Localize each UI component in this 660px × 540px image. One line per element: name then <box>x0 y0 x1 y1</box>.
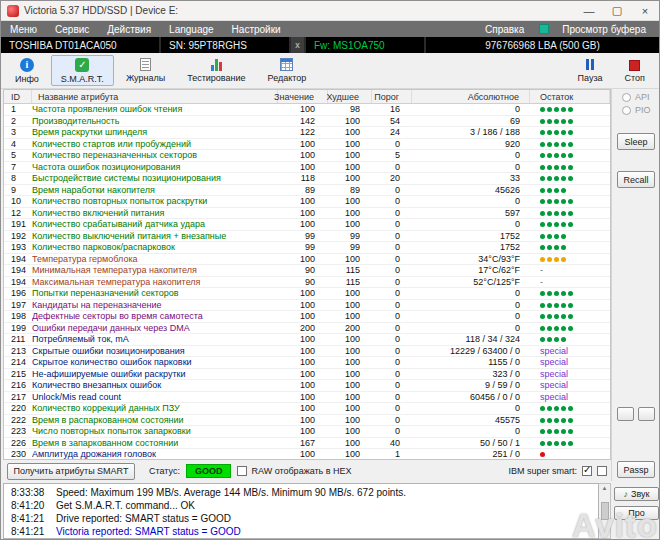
attribute-absolute: 1752 <box>412 242 530 253</box>
log-message: Speed: Maximum 199 MB/s. Average 144 MB/… <box>56 486 406 499</box>
sound-button[interactable]: ♪ Звук <box>614 487 659 501</box>
table-row[interactable]: 9 Время наработки накопителя 89 89 0 456… <box>4 185 610 197</box>
table-row[interactable]: 215 Не-афишируемые ошибки раскрутки 100 … <box>4 369 610 381</box>
bar-chart-icon <box>211 58 222 71</box>
menu-item-actions[interactable]: Действия <box>98 21 160 37</box>
menu-item-language[interactable]: Language <box>160 21 223 37</box>
table-row[interactable]: 217 Unlock/Mis read count 100 100 0 6045… <box>4 392 610 404</box>
tab-info[interactable]: i Инфо <box>5 55 49 86</box>
tab-journals[interactable]: Журналы <box>116 55 175 86</box>
attribute-name: Количество выключений питания + внезапны… <box>32 231 278 242</box>
mini-left-button[interactable] <box>617 407 634 421</box>
attribute-name: Количество парковок/распарковок <box>32 242 278 253</box>
sleep-button[interactable]: Sleep <box>617 133 655 150</box>
log-scrollbar[interactable]: ▲ ▼ <box>599 483 611 539</box>
attribute-name: Время раскрутки шпинделя <box>32 127 278 138</box>
table-row[interactable]: 194 Минимальная температура накопителя 9… <box>4 265 610 277</box>
tab-testing[interactable]: Тестирование <box>177 55 255 86</box>
table-row[interactable]: 222 Время в распаркованном состоянии 100… <box>4 415 610 427</box>
table-row[interactable]: 213 Скрытые ошибки позиционирования 100 … <box>4 346 610 358</box>
scroll-up-icon[interactable]: ▲ <box>602 485 608 491</box>
log-timestamp: 8:41:21 <box>4 525 56 538</box>
radio-pio[interactable]: PIO <box>612 102 659 115</box>
table-row[interactable]: 194 Максимальная температура накопителя … <box>4 277 610 289</box>
maximize-button[interactable]: ▢ <box>603 1 631 20</box>
table-row[interactable]: 196 Попытки переназначений секторов 100 … <box>4 288 610 300</box>
minimize-button[interactable]: — <box>575 1 603 20</box>
raw-hex-checkbox[interactable]: RAW отображать в HEX <box>237 466 351 476</box>
table-row[interactable]: 10 Количество повторных попыток раскрутк… <box>4 196 610 208</box>
attribute-id: 3 <box>4 127 32 138</box>
radio-api[interactable]: API <box>612 89 659 102</box>
health-dots <box>530 403 610 414</box>
col-id: ID <box>4 90 32 103</box>
tab-smart[interactable]: ✓ S.M.A.R.T. <box>51 55 114 86</box>
table-row[interactable]: 216 Количество внезапных ошибок 100 100 … <box>4 380 610 392</box>
attribute-absolute: 45626 <box>412 185 530 196</box>
table-row[interactable]: 7 Частота ошибок позиционирования 100 10… <box>4 162 610 174</box>
table-row[interactable]: 12 Количество включений питания 100 100 … <box>4 208 610 220</box>
attribute-threshold: 0 <box>372 426 412 437</box>
table-row[interactable]: 1 Частота проявления ошибок чтения 100 9… <box>4 104 610 116</box>
attribute-id: 199 <box>4 323 32 334</box>
tab-editor[interactable]: Редактор <box>258 55 317 86</box>
attribute-worst: 100 <box>328 334 372 345</box>
attribute-id: 10 <box>4 196 32 207</box>
attribute-value: 89 <box>278 185 328 196</box>
table-row[interactable]: 230 Амплитуда дрожания головок 100 100 1… <box>4 449 610 460</box>
attribute-threshold: 0 <box>372 219 412 230</box>
table-row[interactable]: 214 Скрытое количество ошибок парковки 1… <box>4 357 610 369</box>
pro-button[interactable]: Про <box>614 506 659 520</box>
recall-button[interactable]: Recall <box>617 171 655 188</box>
extra-checkbox[interactable] <box>597 466 607 476</box>
pause-button[interactable]: Пауза <box>568 55 613 86</box>
table-row[interactable]: 211 Потребляемый ток, mA 100 100 0 118 /… <box>4 334 610 346</box>
menu-item-settings[interactable]: Настройки <box>223 21 290 37</box>
attribute-absolute: 17°C/62°F <box>412 265 530 276</box>
table-row[interactable]: 8 Быстродействие системы позиционировани… <box>4 173 610 185</box>
table-row[interactable]: 198 Дефектные секторы во время самотеста… <box>4 311 610 323</box>
attribute-threshold: 5 <box>372 150 412 161</box>
table-row[interactable]: 223 Число повторных попыток запарковки 1… <box>4 426 610 438</box>
attribute-value: 100 <box>278 449 328 460</box>
scroll-thumb[interactable] <box>601 502 609 520</box>
attribute-id: 194 <box>4 265 32 276</box>
health-dots <box>530 334 610 345</box>
attribute-value: 100 <box>278 403 328 414</box>
table-row[interactable]: 5 Количество переназначенных секторов 10… <box>4 150 610 162</box>
attribute-threshold: 0 <box>372 369 412 380</box>
menu-item-help[interactable]: Справка <box>476 24 533 35</box>
menu-item-menu[interactable]: Меню <box>1 21 46 37</box>
log-message: Drive reported: SMART status = GOOD <box>56 512 231 525</box>
mini-right-button[interactable] <box>638 407 655 421</box>
drive-close-button[interactable]: x <box>291 37 304 53</box>
get-smart-button[interactable]: Получить атрибуты SMART <box>7 463 135 480</box>
attribute-threshold: 54 <box>372 116 412 127</box>
close-button[interactable]: × <box>631 1 659 20</box>
table-row[interactable]: 191 Количество срабатываний датчика удар… <box>4 219 610 231</box>
attribute-worst: 100 <box>328 369 372 380</box>
table-row[interactable]: 3 Время раскрутки шпинделя 122 100 24 3 … <box>4 127 610 139</box>
scroll-down-icon[interactable]: ▼ <box>602 531 608 537</box>
table-row[interactable]: 2 Производительность 142 100 54 69 <box>4 116 610 128</box>
menu-item-service[interactable]: Сервис <box>46 21 98 37</box>
buffer-view-button[interactable]: Просмотр буфера <box>553 24 655 35</box>
drive-serial: SN: 95PT8RGHS <box>161 37 289 53</box>
passport-button[interactable]: Passp <box>617 461 655 478</box>
table-row[interactable]: 193 Количество парковок/распарковок 99 9… <box>4 242 610 254</box>
attribute-id: 217 <box>4 392 32 403</box>
table-row[interactable]: 4 Количество стартов или пробуждений 100… <box>4 139 610 151</box>
table-row[interactable]: 220 Количество коррекций данных ПЗУ 100 … <box>4 403 610 415</box>
table-row[interactable]: 199 Ошибки передачи данных через DMA 200… <box>4 323 610 335</box>
table-row[interactable]: 192 Количество выключений питания + внез… <box>4 231 610 243</box>
table-row[interactable]: 197 Кандидаты на переназначение 100 100 … <box>4 300 610 312</box>
health-dots <box>530 426 610 437</box>
attribute-name: Количество внезапных ошибок <box>32 380 278 391</box>
raw-hex-checkbox-box[interactable] <box>237 466 247 476</box>
table-row[interactable]: 194 Температура гермоблока 100 100 0 34°… <box>4 254 610 266</box>
health-dots <box>530 173 610 184</box>
attribute-absolute: 9 / 59 / 0 <box>412 380 530 391</box>
ibm-smart-checkbox[interactable] <box>582 466 592 476</box>
stop-button[interactable]: Стоп <box>615 55 655 86</box>
table-row[interactable]: 226 Время в запаркованном состоянии 167 … <box>4 438 610 450</box>
